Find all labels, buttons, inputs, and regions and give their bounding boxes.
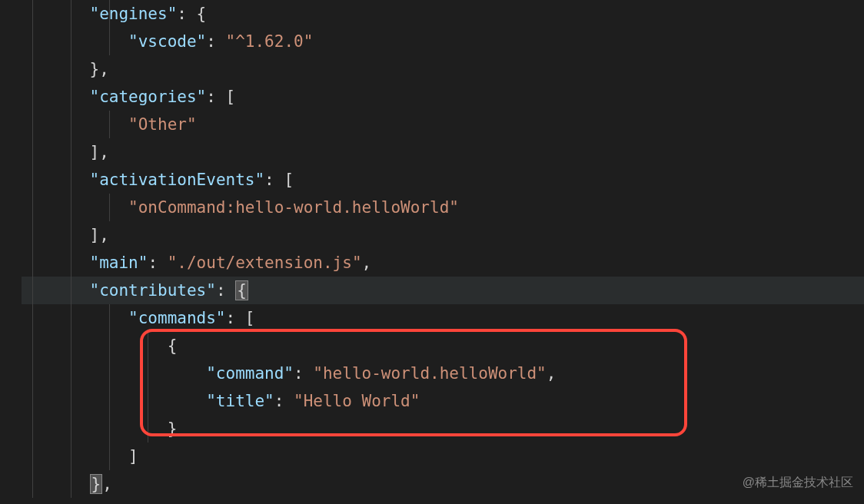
indent-guide: [109, 0, 110, 55]
code-line[interactable]: },: [22, 470, 864, 498]
code-line[interactable]: "main": "./out/extension.js",: [22, 249, 864, 277]
code-line[interactable]: "Other": [22, 111, 864, 138]
watermark: @稀土掘金技术社区: [743, 469, 853, 496]
code-editor[interactable]: "engines": { "vscode": "^1.62.0" }, "cat…: [0, 0, 864, 504]
line-number: [0, 443, 5, 470]
line-number: [0, 111, 5, 138]
line-number: [0, 166, 5, 194]
line-number: [0, 138, 5, 166]
code-line[interactable]: "commands": [: [22, 304, 864, 332]
line-number: [0, 304, 5, 332]
line-number: [0, 55, 5, 83]
code-line[interactable]: "categories": [: [22, 83, 864, 111]
json-key: "engines": [90, 5, 178, 23]
code-line[interactable]: ]: [22, 443, 864, 470]
code-line[interactable]: "engines": {: [22, 0, 864, 28]
line-number: [0, 360, 5, 387]
line-number: [0, 387, 5, 415]
json-key: "activationEvents": [90, 171, 265, 189]
json-key: "commands": [128, 309, 225, 327]
code-line[interactable]: "onCommand:hello-world.helloWorld": [22, 194, 864, 221]
json-key: "command": [206, 364, 294, 383]
indent-guide: [32, 0, 33, 498]
code-line[interactable]: "contributes": {: [22, 277, 864, 304]
json-key: "title": [206, 392, 274, 410]
indent-guide: [109, 304, 110, 470]
line-number: [0, 332, 5, 360]
indent-guide: [109, 111, 110, 138]
line-number: [0, 470, 5, 498]
code-line[interactable]: "activationEvents": [: [22, 166, 864, 194]
json-string: "Other": [128, 115, 197, 134]
json-key: "contributes": [90, 281, 216, 300]
line-number: [0, 83, 5, 111]
line-number: [0, 221, 5, 249]
code-line[interactable]: },: [22, 55, 864, 83]
indent-guide: [109, 194, 110, 221]
bracket-match-icon: {: [235, 280, 248, 300]
json-key: "vscode": [128, 32, 206, 51]
line-number: [0, 277, 5, 304]
indent-guide: [148, 332, 148, 443]
json-string: "^1.62.0": [226, 32, 314, 51]
code-line[interactable]: ],: [22, 138, 864, 166]
json-string: "Hello World": [294, 392, 420, 410]
line-number: [0, 28, 5, 55]
bracket-match-icon: }: [90, 474, 103, 494]
code-line[interactable]: "vscode": "^1.62.0": [22, 28, 864, 55]
code-content[interactable]: "engines": { "vscode": "^1.62.0" }, "cat…: [8, 0, 864, 504]
code-line[interactable]: ],: [22, 221, 864, 249]
indent-guide: [71, 0, 71, 498]
json-string: "./out/extension.js": [168, 254, 362, 272]
json-string: "onCommand:hello-world.helloWorld": [128, 198, 459, 217]
json-string: "hello-world.helloWorld": [313, 364, 546, 383]
line-number: [0, 0, 5, 28]
line-number: [0, 194, 5, 221]
line-number: [0, 415, 5, 443]
json-key: "main": [90, 254, 148, 272]
json-key: "categories": [90, 88, 207, 106]
line-number: [0, 249, 5, 277]
line-number-gutter: [0, 0, 8, 504]
